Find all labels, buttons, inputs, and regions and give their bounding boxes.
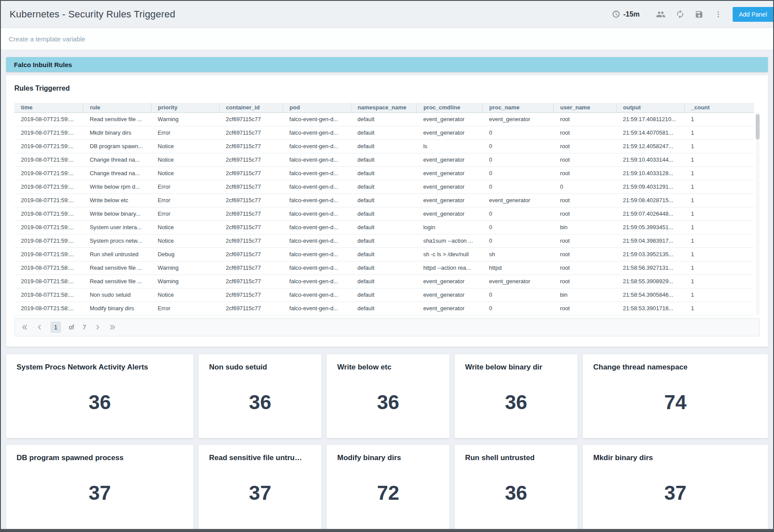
table-cell: default <box>351 220 417 234</box>
table-cell: sh <box>483 247 554 261</box>
stat-panel-value: 36 <box>505 481 527 505</box>
table-cell: 21:59:10.4033128... <box>616 166 684 180</box>
table-cell: 21:59:03.3952135... <box>616 247 684 261</box>
stat-panel: Read sensitive file untru…37 <box>199 445 321 529</box>
current-page-input[interactable]: 1 <box>51 322 61 333</box>
table-cell: 2cf697115c77 <box>219 234 283 247</box>
create-template-variable-link[interactable]: Create a template variable <box>9 35 85 43</box>
table-scrollbar-thumb[interactable] <box>756 114 760 139</box>
table-cell: 2019-08-07T21:59:... <box>14 112 83 126</box>
table-cell: System procs netw... <box>83 234 151 247</box>
column-header-namespace_name[interactable]: namespace_name <box>351 103 417 112</box>
table-cell: login <box>417 220 483 234</box>
column-header-pod[interactable]: pod <box>283 103 351 112</box>
table-cell: 0 <box>483 288 554 302</box>
table-row: 2019-08-07T21:58:...Read sensitive file … <box>14 274 754 288</box>
table-cell: falco-event-gen-d... <box>283 220 351 234</box>
table-cell: 2019-08-07T21:58:... <box>14 302 83 315</box>
column-header-proc_name[interactable]: proc_name <box>483 103 554 112</box>
table-cell: 21:59:09.4031291... <box>616 180 684 193</box>
table-cell: 0 <box>554 180 616 193</box>
table-row: 2019-08-07T21:59:...System user intera..… <box>14 220 754 234</box>
table-cell: 21:59:05.3993451... <box>616 220 684 234</box>
table-cell: default <box>351 234 417 247</box>
add-panel-button[interactable]: Add Panel <box>733 7 773 22</box>
table-cell: httpd --action rea... <box>417 261 483 274</box>
table-cell: 2cf697115c77 <box>219 261 283 274</box>
table-cell: 21:59:10.4033144... <box>616 153 684 166</box>
first-page-button[interactable] <box>19 322 30 333</box>
table-cell: default <box>351 112 417 126</box>
table-cell: Warning <box>151 261 219 274</box>
table-cell: Run shell untrusted <box>83 247 151 261</box>
pagination-total-pages: 7 <box>83 324 86 331</box>
column-header-user_name[interactable]: user_name <box>554 103 616 112</box>
kebab-menu-icon[interactable] <box>711 7 726 22</box>
stat-panel-title: System Procs Network Activity Alerts <box>17 363 183 372</box>
table-cell: Error <box>151 193 219 207</box>
table-cell: default <box>351 302 417 315</box>
falco-section-banner[interactable]: Falco Inbuilt Rules <box>6 57 768 72</box>
stat-panel: Change thread namespace74 <box>583 354 768 438</box>
table-cell: default <box>351 193 417 207</box>
table-row: 2019-08-07T21:59:...Change thread na...N… <box>14 166 754 180</box>
table-cell: 2019-08-07T21:59:... <box>14 166 83 180</box>
next-page-button[interactable] <box>92 322 103 333</box>
pagination-of-label: of <box>69 324 74 331</box>
table-cell: 0 <box>483 234 554 247</box>
table-scrollbar-track[interactable] <box>756 112 760 315</box>
stat-panel-value: 72 <box>377 481 399 505</box>
column-header-rule[interactable]: rule <box>83 103 151 112</box>
table-cell: default <box>351 247 417 261</box>
stat-panel-value: 37 <box>664 481 686 505</box>
table-cell: 2019-08-07T21:59:... <box>14 193 83 207</box>
table-cell: 1 <box>684 112 754 126</box>
table-pagination: 1 of 7 <box>14 318 760 336</box>
table-cell: 2019-08-07T21:59:... <box>14 207 83 220</box>
table-cell: 21:58:55.3908929... <box>616 274 684 288</box>
refresh-icon[interactable] <box>673 7 687 22</box>
table-cell: sha1sum --action ... <box>417 234 483 247</box>
previous-page-button[interactable] <box>34 322 45 333</box>
column-header-proc_cmdline[interactable]: proc_cmdline <box>417 103 483 112</box>
table-cell: Write below binary... <box>83 207 151 220</box>
horizontal-scrollbar[interactable] <box>1 529 773 532</box>
table-cell: root <box>554 139 616 153</box>
time-range-control[interactable]: -15m <box>611 10 639 19</box>
table-cell: root <box>554 153 616 166</box>
table-cell: 2cf697115c77 <box>219 207 283 220</box>
table-cell: 1 <box>684 193 754 207</box>
rules-triggered-panel: Rules Triggerred timeruleprioritycontain… <box>6 75 768 347</box>
table-cell: 2019-08-07T21:58:... <box>14 261 83 274</box>
last-page-button[interactable] <box>107 322 118 333</box>
column-header-container_id[interactable]: container_id <box>219 103 283 112</box>
table-cell: falco-event-gen-d... <box>283 180 351 193</box>
time-range-label: -15m <box>623 10 639 18</box>
table-cell: 21:59:17.40811210... <box>616 112 684 126</box>
column-header-count[interactable]: _count <box>684 103 754 112</box>
people-icon[interactable] <box>653 7 668 22</box>
stat-panel-value: 37 <box>88 481 111 505</box>
column-header-time[interactable]: time <box>14 103 83 112</box>
table-cell: event_generator <box>417 193 483 207</box>
table-cell: event_generator <box>483 274 554 288</box>
stat-panel: Modify binary dirs72 <box>327 445 449 529</box>
table-cell: 1 <box>684 288 754 302</box>
table-cell: event_generator <box>417 274 483 288</box>
table-cell: event_generator <box>417 153 483 166</box>
stat-panel-value: 37 <box>249 481 271 505</box>
table-row: 2019-08-07T21:59:...Run shell untrustedD… <box>14 247 754 261</box>
table-cell: Write below rpm d... <box>83 180 151 193</box>
column-header-priority[interactable]: priority <box>151 103 219 112</box>
table-cell: 2019-08-07T21:59:... <box>14 126 83 139</box>
save-icon[interactable] <box>692 7 706 22</box>
table-cell: 2cf697115c77 <box>219 112 283 126</box>
table-cell: 21:58:53.3901716... <box>616 302 684 315</box>
column-header-output[interactable]: output <box>616 103 684 112</box>
table-cell: 2cf697115c77 <box>219 302 283 315</box>
table-cell: 1 <box>684 166 754 180</box>
stat-panel: Non sudo setuid36 <box>199 354 321 438</box>
table-cell: DB program spawn... <box>83 139 151 153</box>
table-cell: 2019-08-07T21:59:... <box>14 247 83 261</box>
table-cell: Read sensitive file ... <box>83 274 151 288</box>
